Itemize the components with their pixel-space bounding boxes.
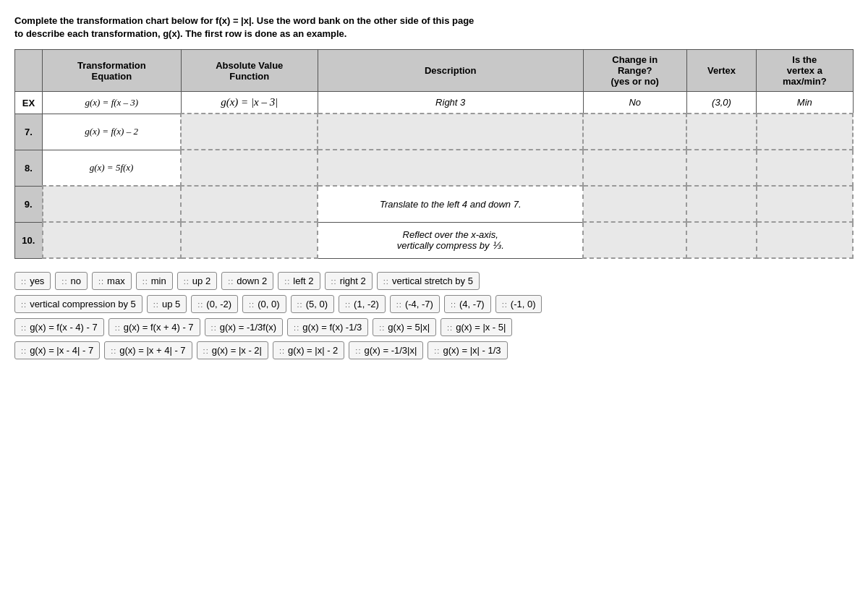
word-bank-row-1: :: yes :: no :: max :: min :: up 2 :: do… [14, 272, 854, 290]
drag-icon: :: [451, 300, 456, 309]
row-7-absolute-value[interactable] [181, 114, 318, 150]
word-bank-gx-neg13fx[interactable]: :: g(x) = -1/3f(x) [205, 318, 284, 336]
row-9-transformation[interactable] [43, 186, 182, 222]
table-row: 8. g(x) = 5f(x) [15, 150, 854, 186]
row-10-absolute-value[interactable] [181, 222, 318, 258]
row-9-description: Translate to the left 4 and down 7. [318, 186, 583, 222]
drag-icon: :: [153, 300, 159, 309]
word-bank-0-0[interactable]: :: (0, 0) [242, 295, 286, 313]
row-7-change-in-range[interactable] [583, 114, 686, 150]
word-bank-left2[interactable]: :: left 2 [278, 272, 320, 290]
word-bank-4-neg7[interactable]: :: (4, -7) [444, 295, 491, 313]
row-9-change-in-range[interactable] [583, 186, 686, 222]
drag-icon: :: [61, 277, 67, 286]
row-8-absolute-value[interactable] [181, 150, 318, 186]
header-transformation: TransformationEquation [43, 50, 182, 92]
row-8-description[interactable] [318, 150, 583, 186]
word-bank-gx-absx-minus2[interactable]: :: g(x) = |x| - 2 [273, 341, 344, 359]
drag-icon: :: [502, 300, 508, 309]
header-vertex: Vertex [686, 50, 756, 92]
word-bank-gx-5absx[interactable]: :: g(x) = 5|x| [373, 318, 436, 336]
word-bank-vertical-compression-5[interactable]: :: vertical compression by 5 [14, 295, 142, 313]
word-bank-gx-absx-2[interactable]: :: g(x) = |x - 2| [197, 341, 268, 359]
word-bank-1-neg2[interactable]: :: (1, -2) [339, 295, 386, 313]
row-7-description[interactable] [318, 114, 583, 150]
row-9-absolute-value[interactable] [181, 186, 318, 222]
row-8-vertex[interactable] [686, 150, 756, 186]
drag-icon: :: [21, 300, 27, 309]
drag-icon: :: [331, 277, 337, 286]
transformation-table: TransformationEquation Absolute ValueFun… [14, 49, 854, 259]
row-10-max-min[interactable] [757, 222, 853, 258]
word-bank-gx-absxplus4-7[interactable]: :: g(x) = |x + 4| - 7 [104, 341, 192, 359]
row-9-vertex[interactable] [686, 186, 756, 222]
row-10-transformation[interactable] [43, 222, 182, 258]
row-id-7: 7. [15, 114, 43, 150]
word-bank-5-0[interactable]: :: (5, 0) [291, 295, 334, 313]
row-7-max-min[interactable] [757, 114, 853, 150]
drag-icon: :: [396, 300, 402, 309]
word-bank-gx-neg13absx[interactable]: :: g(x) = -1/3|x| [349, 341, 423, 359]
drag-icon: :: [284, 277, 290, 286]
word-bank-0-neg2[interactable]: :: (0, -2) [191, 295, 238, 313]
instructions: Complete the transformation chart below … [14, 14, 854, 40]
word-bank: :: yes :: no :: max :: min :: up 2 :: do… [14, 272, 854, 359]
drag-icon: :: [211, 323, 217, 332]
drag-icon: :: [111, 346, 116, 355]
header-absolute-value: Absolute ValueFunction [181, 50, 318, 92]
drag-icon: :: [297, 300, 303, 309]
row-10-description: Reflect over the x-axis,vertically compr… [318, 222, 583, 258]
drag-icon: :: [279, 346, 285, 355]
word-bank-gx-fx-13[interactable]: :: g(x) = f(x) -1/3 [287, 318, 368, 336]
row-7-transformation: g(x) = f(x) – 2 [43, 114, 182, 150]
word-bank-min[interactable]: :: min [136, 272, 173, 290]
drag-icon: :: [228, 277, 234, 286]
word-bank-right2[interactable]: :: right 2 [325, 272, 373, 290]
word-bank-neg4-neg7[interactable]: :: (-4, -7) [390, 295, 440, 313]
word-bank-row-4: :: g(x) = |x - 4| - 7 :: g(x) = |x + 4| … [14, 341, 854, 359]
drag-icon: :: [21, 277, 27, 286]
drag-icon: :: [249, 300, 255, 309]
drag-icon: :: [355, 346, 361, 355]
word-bank-down2[interactable]: :: down 2 [221, 272, 273, 290]
word-bank-max[interactable]: :: max [92, 272, 132, 290]
word-bank-vertical-stretch-5[interactable]: :: vertical stretch by 5 [377, 272, 480, 290]
word-bank-gx-fxplus4-7[interactable]: :: g(x) = f(x + 4) - 7 [109, 318, 200, 336]
row-ex-transformation: g(x) = f(x – 3) [43, 92, 182, 114]
row-ex-max-min: Min [757, 92, 853, 114]
word-bank-neg1-0[interactable]: :: (-1, 0) [495, 295, 542, 313]
drag-icon: :: [447, 323, 453, 332]
word-bank-gx-absx4-7[interactable]: :: g(x) = |x - 4| - 7 [14, 341, 100, 359]
drag-icon: :: [379, 323, 385, 332]
drag-icon: :: [383, 277, 389, 286]
word-bank-up2[interactable]: :: up 2 [177, 272, 217, 290]
drag-icon: :: [98, 277, 104, 286]
row-7-vertex[interactable] [686, 114, 756, 150]
row-ex-vertex: (3,0) [686, 92, 756, 114]
word-bank-no[interactable]: :: no [55, 272, 88, 290]
row-id-10: 10. [15, 222, 43, 258]
word-bank-gx-fx-4-7[interactable]: :: g(x) = f(x - 4) - 7 [14, 318, 104, 336]
row-10-vertex[interactable] [686, 222, 756, 258]
drag-icon: :: [21, 323, 27, 332]
row-ex-change-in-range: No [583, 92, 686, 114]
drag-icon: :: [434, 346, 440, 355]
row-8-change-in-range[interactable] [583, 150, 686, 186]
table-row: 7. g(x) = f(x) – 2 [15, 114, 854, 150]
row-8-max-min[interactable] [757, 150, 853, 186]
row-ex-absolute-value: g(x) = |x – 3| [181, 92, 318, 114]
table-row: EX g(x) = f(x – 3) g(x) = |x – 3| Right … [15, 92, 854, 114]
header-max-min: Is thevertex amax/min? [757, 50, 853, 92]
header-rownum [15, 50, 43, 92]
row-9-max-min[interactable] [757, 186, 853, 222]
word-bank-gx-absx-5[interactable]: :: g(x) = |x - 5| [441, 318, 512, 336]
row-id-9: 9. [15, 186, 43, 222]
table-row: 10. Reflect over the x-axis,vertically c… [15, 222, 854, 258]
row-8-transformation: g(x) = 5f(x) [43, 150, 182, 186]
row-10-change-in-range[interactable] [583, 222, 686, 258]
word-bank-gx-absx-13[interactable]: :: g(x) = |x| - 1/3 [427, 341, 507, 359]
row-id-ex: EX [15, 92, 43, 114]
drag-icon: :: [142, 277, 148, 286]
word-bank-yes[interactable]: :: yes [14, 272, 51, 290]
word-bank-up5[interactable]: :: up 5 [147, 295, 187, 313]
